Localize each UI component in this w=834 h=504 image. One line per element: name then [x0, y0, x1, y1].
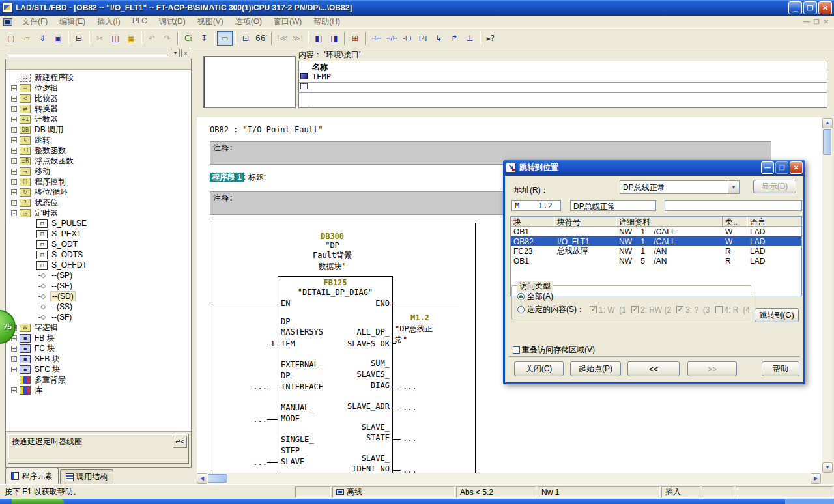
empty-box-icon[interactable]: [?]: [415, 31, 431, 46]
tree-item[interactable]: +↳跳转: [6, 135, 191, 145]
description-detach-button[interactable]: ↵<: [173, 436, 187, 448]
contact-open-icon[interactable]: ⊣⊢: [368, 31, 384, 46]
tree-item[interactable]: +▪FC 块: [6, 343, 191, 354]
table-row[interactable]: FC23总线故障NW 1 /ANRLAD: [511, 246, 801, 256]
expand-toggle-icon[interactable]: +: [11, 356, 17, 362]
tree-item[interactable]: ⊓S_ODTS: [6, 249, 191, 260]
tree-item[interactable]: +⇄转换器: [6, 104, 191, 114]
panel-menu-button[interactable]: ▾: [171, 49, 180, 57]
menu-item[interactable]: 编辑(E): [53, 15, 91, 29]
dialog-button[interactable]: 起始点(P): [570, 361, 621, 376]
go-to-button[interactable]: 跳转到(G): [755, 308, 799, 322]
tree-item[interactable]: +±R浮点数函数: [6, 156, 191, 166]
tree-item[interactable]: 多重背景: [6, 374, 191, 385]
cut-icon[interactable]: ✂: [92, 31, 108, 46]
previous-error-icon[interactable]: !≪: [274, 31, 290, 46]
tree-item[interactable]: +↻移位/循环: [6, 187, 191, 197]
tree-item[interactable]: -◷定时器: [6, 208, 191, 218]
expand-toggle-icon[interactable]: +: [11, 189, 17, 195]
horizontal-scrollbar[interactable]: ◀ ▶: [197, 473, 822, 484]
expand-toggle-icon[interactable]: +: [11, 169, 17, 175]
expand-toggle-icon[interactable]: +: [11, 179, 17, 185]
new-network-icon[interactable]: ⊞: [347, 31, 363, 46]
tree-item[interactable]: ⊓S_PULSE: [6, 218, 191, 229]
download-icon[interactable]: ↧: [196, 31, 212, 46]
mdi-child-icon[interactable]: [3, 18, 12, 26]
expand-toggle-icon[interactable]: +: [11, 158, 17, 164]
output-operand-address[interactable]: M1.2: [410, 313, 429, 322]
vertical-scrollbar[interactable]: ▲ ▼: [822, 118, 832, 473]
open-branch-icon[interactable]: ↳: [431, 31, 446, 46]
scroll-up-icon[interactable]: ▲: [822, 118, 833, 128]
column-header[interactable]: 语言: [747, 217, 802, 226]
tree-item[interactable]: +<比较器: [6, 93, 191, 104]
menu-item[interactable]: 文件(F): [16, 15, 53, 29]
expand-toggle-icon[interactable]: +: [11, 106, 17, 112]
expand-toggle-icon[interactable]: +: [11, 367, 17, 372]
coil-icon[interactable]: -( ): [399, 31, 415, 46]
save-as-icon[interactable]: ⇓: [35, 31, 50, 46]
tree-item[interactable]: +▪SFB 块: [6, 354, 191, 364]
minimize-button[interactable]: _: [788, 1, 802, 14]
dialog-restore-button[interactable]: ❐: [775, 161, 788, 174]
expand-toggle-icon[interactable]: +: [11, 346, 17, 352]
tree-item[interactable]: +±I整数函数: [6, 145, 191, 156]
expand-toggle-icon[interactable]: -: [11, 210, 17, 216]
accessible-nodes-icon[interactable]: ⊡: [238, 31, 253, 46]
tree-item[interactable]: +DBDB 调用: [6, 124, 191, 135]
tree-item[interactable]: ⊓S_OFFDT: [6, 260, 191, 270]
tab-program-elements[interactable]: 程序元素: [5, 468, 59, 484]
expand-toggle-icon[interactable]: +: [11, 137, 17, 143]
table-row[interactable]: OB82I/O_FLT1NW 1 /CALLWLAD: [511, 236, 801, 246]
scroll-left-icon[interactable]: ◀: [197, 473, 207, 484]
tree-item[interactable]: -◇--(SS): [6, 301, 191, 312]
declaration-row-temp[interactable]: TEMP: [312, 72, 331, 81]
overlap-checkbox[interactable]: 重叠访问存储区域(V): [513, 344, 595, 356]
paste-icon[interactable]: ▦: [123, 31, 139, 46]
restore-button[interactable]: ❐: [803, 1, 817, 14]
display-button[interactable]: 显示(D): [753, 180, 796, 193]
interface-tree-pane[interactable]: [203, 56, 296, 108]
radio-selected[interactable]: 选定的内容(S)： 1: W (12: RW (23: ? (34: R (4: [517, 304, 750, 315]
go-to-location-icon[interactable]: C⁞: [180, 31, 196, 46]
scroll-down-icon[interactable]: ▼: [822, 462, 833, 473]
new-document-icon[interactable]: ▢: [3, 31, 19, 46]
monitor-variable-icon[interactable]: 66′: [253, 31, 269, 46]
scroll-right-icon[interactable]: ▶: [811, 473, 821, 484]
column-header[interactable]: 类..: [723, 217, 747, 226]
panel-gripper[interactable]: [8, 51, 168, 55]
tree-item[interactable]: +→移动: [6, 166, 191, 176]
print-icon[interactable]: ⊟: [71, 31, 87, 46]
expand-toggle-icon[interactable]: +: [11, 85, 17, 91]
tree-item[interactable]: -◇--(SP): [6, 270, 191, 281]
contact-closed-icon[interactable]: ⊣/⊢: [384, 31, 399, 46]
menu-item[interactable]: 选项(O): [229, 15, 268, 29]
next-error-icon[interactable]: ≫!: [290, 31, 306, 46]
radio-all[interactable]: 全部(A): [517, 291, 553, 302]
overview-window-icon[interactable]: ◨: [326, 31, 342, 46]
column-header[interactable]: 块: [511, 217, 554, 226]
tree-item[interactable]: +▪FB 块: [6, 333, 191, 343]
dialog-minimize-button[interactable]: —: [761, 161, 774, 174]
panel-close-button[interactable]: x: [181, 49, 190, 57]
dialog-close-button[interactable]: ✕: [790, 161, 803, 174]
tree-item[interactable]: ⊓S_ODT: [6, 239, 191, 249]
tree-item[interactable]: ⊓S_PEXT: [6, 229, 191, 239]
undo-icon[interactable]: ↶: [144, 31, 160, 46]
horizontal-scroll-thumb[interactable]: [208, 474, 227, 483]
access-checkbox[interactable]: 3: ? (3: [676, 305, 710, 315]
table-row[interactable]: OB1NW 1 /CALLWLAD: [511, 227, 801, 236]
save-icon[interactable]: ▣: [50, 31, 66, 46]
tree-item[interactable]: -◇--(SF): [6, 312, 191, 322]
menu-item[interactable]: PLC: [126, 15, 153, 29]
mdi-close-icon[interactable]: ✕: [824, 18, 829, 25]
tree-item[interactable]: -◇--(SE): [6, 281, 191, 291]
network-label[interactable]: 程序段 1: [210, 173, 244, 182]
chevron-down-icon[interactable]: ▼: [728, 181, 739, 193]
menu-item[interactable]: 视图(V): [192, 15, 229, 29]
access-checkbox[interactable]: 4: R (4: [715, 305, 750, 315]
expand-toggle-icon[interactable]: +: [11, 96, 17, 102]
tree-item[interactable]: +⊣位逻辑: [6, 83, 191, 93]
tab-call-structure[interactable]: 调用结构: [60, 469, 113, 484]
tree-item[interactable]: +?状态位: [6, 197, 191, 208]
